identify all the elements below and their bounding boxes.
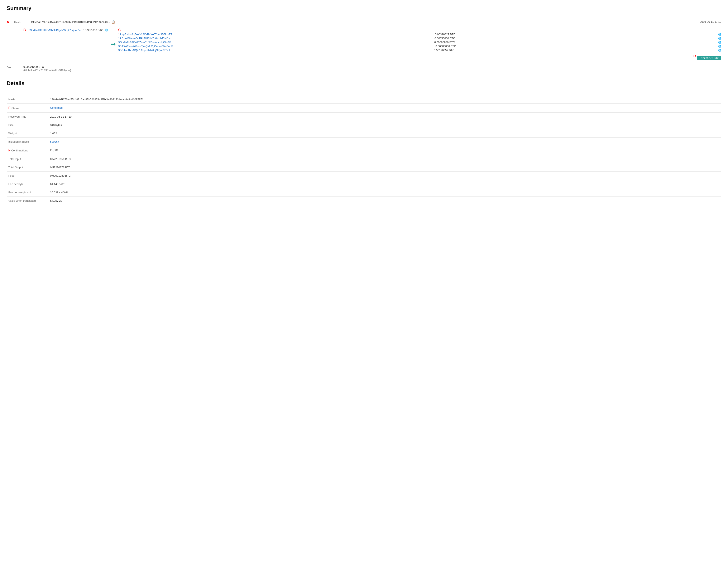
detail-label-4: Weight xyxy=(7,129,48,138)
input-address-link[interactable]: 33drUaJDF7H7xMb3UPhjzNWqK7rkju4tZn xyxy=(29,29,81,32)
detail-label-3: Size xyxy=(7,121,48,129)
detail-label-6: FConfirmations xyxy=(7,146,48,155)
output-row-3: 3BAXA6YotAWouuTyaQMrJ1jC4uaKWnZnUZ 0.006… xyxy=(118,45,721,48)
label-d: D xyxy=(693,54,696,60)
details-row-0: Hash196eba07f176e457c48216ab87b52197848f… xyxy=(7,95,721,104)
hash-label: Hash xyxy=(14,20,27,24)
output-address-0[interactable]: 1AupRNbu8qEeXx12LVRxXeJ7um3BJLrnZ7 xyxy=(118,33,172,36)
output-row-4: 3FGJec1bmNQih1AbpHtNfz6bjNKjm87Gr1 0.501… xyxy=(118,49,721,52)
output-amount-1: 0.00350000 BTC xyxy=(435,37,455,40)
output-amount-0: 0.00318827 BTC xyxy=(435,33,455,36)
detail-label-10: Fee per byte xyxy=(7,180,48,188)
copy-icon[interactable]: 📋 xyxy=(111,20,115,24)
detail-label-9: Fees xyxy=(7,172,48,180)
fee-label: Fee xyxy=(7,65,19,69)
globe-icon-4: 🌐 xyxy=(718,49,721,52)
output-amount-4: 0.50176857 BTC xyxy=(434,49,454,52)
arrow-icon: ➡ xyxy=(111,41,116,47)
detail-value-9: 0.00021280 BTC xyxy=(48,172,721,180)
globe-icon-input: 🌐 xyxy=(105,29,108,32)
details-title: Details xyxy=(7,80,721,87)
detail-label-11: Fee per weight unit xyxy=(7,188,48,197)
detail-value-3: 348 bytes xyxy=(48,121,721,129)
output-row-2: 3Gta6s2b63Ke68Z4m61NfGwfoqcHqGfo7V 0.006… xyxy=(118,41,721,44)
detail-label-7: Total Input xyxy=(7,155,48,163)
detail-label-1: EStatus xyxy=(7,104,48,113)
detail-value-4: 1,062 xyxy=(48,129,721,138)
detail-label-12: Value when transacted xyxy=(7,197,48,205)
tx-inputs: B 33drUaJDF7H7xMb3UPhjzNWqK7rkju4tZn 0.5… xyxy=(23,28,108,32)
detail-value-10: 61.149 sat/B xyxy=(48,180,721,188)
details-row-6: FConfirmations25,501 xyxy=(7,146,721,155)
hash-display: 196eba07f176e457c48216ab87b52197848f8b4f… xyxy=(31,20,696,24)
output-amount-2: 0.00695886 BTC xyxy=(434,41,455,44)
details-table: Hash196eba07f176e457c48216ab87b52197848f… xyxy=(7,95,721,205)
fee-sub: (61.149 sat/B - 20.038 sat/WU - 348 byte… xyxy=(23,69,71,72)
hash-short-text: 196eba07f176e457c48216ab87b52197848f8b4f… xyxy=(31,20,110,24)
detail-label-0: Hash xyxy=(7,95,48,104)
details-row-7: Total Input0.52251656 BTC xyxy=(7,155,721,163)
details-divider xyxy=(7,91,721,91)
detail-label-5: Included in Block xyxy=(7,138,48,146)
output-row-1: 1ABxjoM6XywDLRkbDHfNvYn6jcUxEiyYmd 0.003… xyxy=(118,37,721,40)
label-f: F xyxy=(8,149,10,152)
details-row-2: Received Time2019-06-11 17:10 xyxy=(7,113,721,121)
detail-value-0: 196eba07f176e457c48216ab87b52197848f8b4f… xyxy=(48,95,721,104)
tx-outputs: C 1AupRNbu8qEeXx12LVRxXeJ7um3BJLrnZ7 0.0… xyxy=(118,28,721,60)
details-row-11: Fee per weight unit20.038 sat/WU xyxy=(7,188,721,197)
globe-icon-0: 🌐 xyxy=(718,33,721,36)
fee-details: 0.00021280 BTC (61.149 sat/B - 20.038 sa… xyxy=(23,65,71,72)
label-a: A xyxy=(7,20,9,24)
details-row-12: Value when transacted$4,057.29 xyxy=(7,197,721,205)
tx-flow: B 33drUaJDF7H7xMb3UPhjzNWqK7rkju4tZn 0.5… xyxy=(23,28,721,60)
details-row-3: Size348 bytes xyxy=(7,121,721,129)
block-link[interactable]: 580267 xyxy=(50,140,59,143)
timestamp: 2019-06-11 17:10 xyxy=(700,20,721,23)
globe-icon-3: 🌐 xyxy=(718,45,721,48)
total-output-badge: 0.52230376 BTC xyxy=(697,56,721,60)
summary-title: Summary xyxy=(7,5,721,11)
details-row-4: Weight1,062 xyxy=(7,129,721,138)
output-address-1[interactable]: 1ABxjoM6XywDLRkbDHfNvYn6jcUxEiyYmd xyxy=(118,37,171,40)
details-row-8: Total Output0.52230376 BTC xyxy=(7,163,721,172)
fee-row: Fee 0.00021280 BTC (61.149 sat/B - 20.03… xyxy=(7,65,721,72)
globe-icon-2: 🌐 xyxy=(718,41,721,44)
label-c: C xyxy=(118,28,720,32)
details-section: Details Hash196eba07f176e457c48216ab87b5… xyxy=(7,80,721,205)
output-address-2[interactable]: 3Gta6s2b63Ke68Z4m61NfGwfoqcHqGfo7V xyxy=(118,41,171,44)
details-row-9: Fees0.00021280 BTC xyxy=(7,172,721,180)
output-address-3[interactable]: 3BAXA6YotAWouuTyaQMrJ1jC4uaKWnZnUZ xyxy=(118,45,173,48)
details-row-1: EStatusConfirmed xyxy=(7,104,721,113)
detail-value-1: Confirmed xyxy=(48,104,721,113)
detail-label-2: Received Time xyxy=(7,113,48,121)
output-row-0: 1AupRNbu8qEeXx12LVRxXeJ7um3BJLrnZ7 0.003… xyxy=(118,33,721,36)
tx-input-row: B 33drUaJDF7H7xMb3UPhjzNWqK7rkju4tZn 0.5… xyxy=(23,28,108,32)
detail-value-11: 20.038 sat/WU xyxy=(48,188,721,197)
output-address-4[interactable]: 3FGJec1bmNQih1AbpHtNfz6bjNKjm87Gr1 xyxy=(118,49,170,52)
input-amount: 0.52251656 BTC xyxy=(83,29,103,32)
detail-value-5[interactable]: 580267 xyxy=(48,138,721,146)
detail-value-8: 0.52230376 BTC xyxy=(48,163,721,172)
label-b: B xyxy=(23,28,26,32)
detail-value-12: $4,057.29 xyxy=(48,197,721,205)
summary-divider xyxy=(7,16,721,16)
detail-value-2: 2019-06-11 17:10 xyxy=(48,113,721,121)
label-e: E xyxy=(8,106,11,110)
detail-value-7: 0.52251656 BTC xyxy=(48,155,721,163)
details-row-5: Included in Block580267 xyxy=(7,138,721,146)
summary-section: Summary A Hash 196eba07f176e457c48216ab8… xyxy=(7,5,721,72)
fee-main: 0.00021280 BTC xyxy=(23,65,71,68)
hash-row: A Hash 196eba07f176e457c48216ab87b521978… xyxy=(7,20,721,24)
output-amount-3: 0.00688806 BTC xyxy=(436,45,456,48)
details-row-10: Fee per byte61.149 sat/B xyxy=(7,180,721,188)
detail-label-8: Total Output xyxy=(7,163,48,172)
globe-icon-1: 🌐 xyxy=(718,37,721,40)
detail-value-6: 25,501 xyxy=(48,146,721,155)
